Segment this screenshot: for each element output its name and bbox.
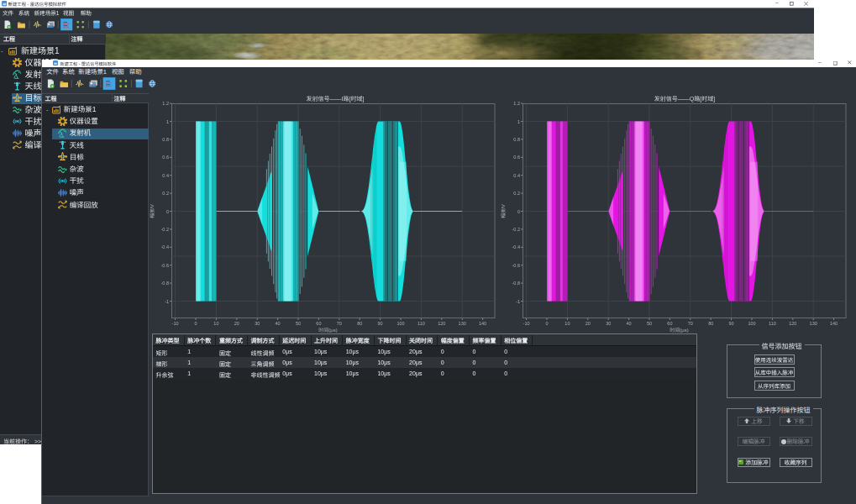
svg-text:0.2: 0.2 xyxy=(162,191,169,196)
svg-text:-10: -10 xyxy=(523,321,530,326)
svg-text:-0.8: -0.8 xyxy=(161,281,169,286)
svg-text:-0.4: -0.4 xyxy=(161,244,169,249)
svg-text:幅度/V: 幅度/V xyxy=(501,204,506,218)
svg-text:0.6: 0.6 xyxy=(513,155,520,160)
svg-text:0.6: 0.6 xyxy=(162,155,169,160)
svg-text:1.2: 1.2 xyxy=(513,101,520,106)
svg-text:100: 100 xyxy=(748,321,755,326)
svg-text:130: 130 xyxy=(810,321,817,326)
svg-text:80: 80 xyxy=(357,321,362,326)
svg-text:140: 140 xyxy=(479,321,486,326)
svg-text:100: 100 xyxy=(396,321,404,326)
svg-text:0: 0 xyxy=(166,209,169,214)
svg-text:120: 120 xyxy=(438,321,445,326)
svg-text:130: 130 xyxy=(459,321,466,326)
svg-text:-1: -1 xyxy=(165,299,169,304)
svg-text:140: 140 xyxy=(830,321,838,326)
svg-text:90: 90 xyxy=(729,321,734,326)
svg-text:0: 0 xyxy=(545,321,548,326)
svg-text:40: 40 xyxy=(276,321,281,326)
svg-text:1: 1 xyxy=(517,119,520,124)
svg-text:-10: -10 xyxy=(172,321,179,326)
svg-text:20: 20 xyxy=(586,321,591,326)
svg-text:-0.6: -0.6 xyxy=(512,263,520,268)
svg-text:1: 1 xyxy=(166,119,169,124)
svg-text:-0.6: -0.6 xyxy=(161,263,169,268)
svg-text:0.8: 0.8 xyxy=(513,137,520,142)
svg-text:-0.4: -0.4 xyxy=(512,244,520,249)
svg-text:时间(μs): 时间(μs) xyxy=(318,328,337,333)
svg-text:0.2: 0.2 xyxy=(513,191,520,196)
svg-text:30: 30 xyxy=(606,321,611,326)
svg-text:30: 30 xyxy=(255,321,260,326)
svg-text:发射信号——Q路[时域]: 发射信号——Q路[时域] xyxy=(654,96,715,102)
svg-text:50: 50 xyxy=(296,321,301,326)
svg-text:50: 50 xyxy=(647,321,652,326)
svg-text:20: 20 xyxy=(234,321,239,326)
svg-text:-0.2: -0.2 xyxy=(161,227,169,232)
svg-text:发射信号——I路[时域]: 发射信号——I路[时域] xyxy=(307,96,365,102)
svg-text:幅度/V: 幅度/V xyxy=(150,204,155,218)
svg-text:110: 110 xyxy=(417,321,425,326)
svg-text:0: 0 xyxy=(517,209,520,214)
svg-text:时间(μs): 时间(μs) xyxy=(670,328,688,333)
svg-text:70: 70 xyxy=(337,321,342,326)
svg-text:70: 70 xyxy=(688,321,693,326)
svg-text:60: 60 xyxy=(667,321,672,326)
svg-text:-0.8: -0.8 xyxy=(512,281,520,286)
svg-text:1.2: 1.2 xyxy=(162,101,169,106)
svg-text:90: 90 xyxy=(378,321,383,326)
svg-text:60: 60 xyxy=(316,321,321,326)
svg-text:120: 120 xyxy=(789,321,796,326)
svg-text:0: 0 xyxy=(194,321,197,326)
svg-text:0.4: 0.4 xyxy=(513,173,520,178)
svg-text:0.4: 0.4 xyxy=(162,173,169,178)
svg-text:10: 10 xyxy=(565,321,570,326)
svg-text:-0.2: -0.2 xyxy=(512,227,520,232)
svg-text:40: 40 xyxy=(627,321,632,326)
svg-text:-1: -1 xyxy=(516,299,520,304)
svg-text:110: 110 xyxy=(769,321,776,326)
svg-text:80: 80 xyxy=(708,321,713,326)
svg-text:0.8: 0.8 xyxy=(162,137,169,142)
svg-text:10: 10 xyxy=(213,321,218,326)
